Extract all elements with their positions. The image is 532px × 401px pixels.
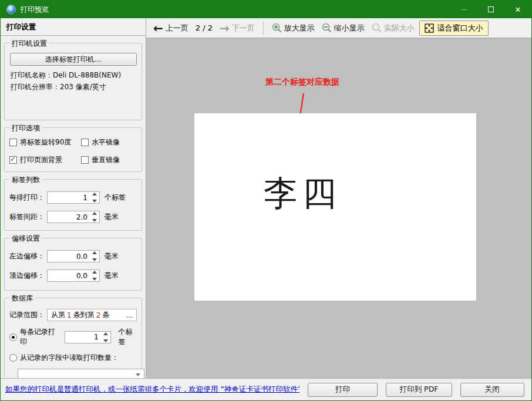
print-options-group: 打印选项 将标签旋转90度 水平镜像 打印页面背景 bbox=[4, 127, 142, 172]
maximize-button[interactable] bbox=[477, 1, 504, 18]
checkbox-label: 打印页面背景 bbox=[20, 155, 62, 165]
database-group: 数据库 记录范围： 从第1条到第2条 ... 每条记录打印 个标签 bbox=[4, 298, 142, 378]
printer-settings-group: 打印机设置 选择标签打印机... 打印机名称：Deli DL-888B(NEW)… bbox=[4, 43, 142, 120]
zoom-out-label: 缩小显示 bbox=[334, 23, 365, 33]
panel-title: 打印设置 bbox=[1, 18, 146, 36]
select-printer-button[interactable]: 选择标签打印机... bbox=[10, 53, 137, 66]
unit-label: 个标签 bbox=[105, 193, 126, 203]
unit-label: 毫米 bbox=[105, 271, 119, 281]
checkbox-horizontal-mirror[interactable]: 水平镜像 bbox=[81, 137, 137, 147]
preview-area: 第二个标签对应数据 李四 bbox=[146, 38, 531, 378]
zoom-out-button[interactable]: 缩小显示 bbox=[319, 22, 367, 35]
record-range-row: 记录范围： 从第1条到第2条 ... bbox=[9, 309, 137, 321]
unit-label: 毫米 bbox=[105, 251, 119, 261]
zoom-in-label: 放大显示 bbox=[284, 23, 315, 33]
range-text: 条到第 bbox=[73, 310, 95, 320]
prev-page-label: 上一页 bbox=[166, 23, 188, 33]
checkbox-label: 水平镜像 bbox=[92, 137, 120, 147]
from-field-radio-row: 从记录的字段中读取打印数量： bbox=[9, 353, 137, 363]
toolbar-separator bbox=[263, 22, 264, 35]
checkbox-print-background[interactable]: 打印页面背景 bbox=[9, 155, 81, 165]
label-content-text: 李四 bbox=[264, 171, 341, 217]
spinner-buttons[interactable] bbox=[91, 271, 98, 281]
checkbox-icon bbox=[81, 156, 89, 164]
chevron-down-icon bbox=[136, 373, 140, 376]
actual-size-button[interactable]: 实际大小 bbox=[369, 22, 417, 35]
zoom-in-icon bbox=[272, 23, 282, 33]
titlebar-buttons: ✕ bbox=[450, 1, 531, 18]
offset-settings-group: 偏移设置 左边偏移： 毫米 顶边偏移： 毫米 bbox=[4, 238, 142, 291]
labels-per-row-row: 每排打印： 个标签 bbox=[9, 191, 137, 204]
record-range-label: 记录范围： bbox=[9, 310, 47, 320]
group-title-printer: 打印机设置 bbox=[9, 39, 49, 49]
app-icon bbox=[6, 5, 16, 14]
checkbox-label: 垂直镜像 bbox=[92, 155, 120, 165]
checkbox-icon bbox=[81, 139, 89, 146]
spinner-buttons[interactable] bbox=[91, 212, 98, 222]
fit-window-icon bbox=[425, 23, 434, 33]
checkbox-icon bbox=[9, 139, 17, 146]
label-gap-label: 标签间距： bbox=[9, 212, 47, 222]
group-title-columns: 标签列数 bbox=[9, 175, 42, 185]
radio-per-record[interactable] bbox=[9, 333, 17, 341]
print-to-pdf-button[interactable]: 打印到 PDF bbox=[386, 383, 452, 397]
arrow-left-icon: ← bbox=[153, 22, 163, 34]
printer-resolution-line: 打印机分辨率：203 像素/英寸 bbox=[11, 82, 136, 92]
bottom-bar: 如果您的打印机是普通打印机，或一张纸需排多个卡片，欢迎使用 “神奇证卡证书打印软… bbox=[1, 378, 531, 400]
radio-from-field-label: 从记录的字段中读取打印数量： bbox=[20, 353, 119, 363]
print-preview-window: 打印预览 ✕ 打印设置 打印机设置 选择标签打印机... 打印机名称：Deli … bbox=[0, 0, 532, 401]
fit-window-button[interactable]: 适合窗口大小 bbox=[419, 21, 489, 36]
unit-label: 毫米 bbox=[105, 212, 119, 222]
top-offset-row: 顶边偏移： 毫米 bbox=[9, 269, 137, 282]
range-text: 条 bbox=[102, 310, 109, 320]
zoom-out-icon bbox=[322, 23, 332, 33]
record-range-field[interactable]: 从第1条到第2条 ... bbox=[47, 309, 137, 321]
quantity-field-dropdown[interactable] bbox=[18, 369, 144, 378]
browse-records-button[interactable]: ... bbox=[126, 311, 133, 319]
labels-per-row-label: 每排打印： bbox=[9, 193, 47, 203]
prev-page-button[interactable]: ← 上一页 bbox=[151, 21, 191, 35]
next-page-label: 下一页 bbox=[232, 23, 255, 33]
close-dialog-button[interactable]: 关闭 bbox=[460, 383, 524, 397]
spinner-buttons[interactable] bbox=[91, 193, 98, 203]
preview-toolbar: ← 上一页 2 / 2 → 下一页 放大显示 bbox=[146, 18, 531, 38]
checkbox-label: 将标签旋转90度 bbox=[20, 137, 71, 147]
software-suggestion-link[interactable]: 如果您的打印机是普通打印机，或一张纸需排多个卡片，欢迎使用 “神奇证卡证书打印软… bbox=[5, 385, 299, 395]
radio-per-record-label: 每条记录打印 bbox=[20, 327, 57, 347]
left-offset-label: 左边偏移： bbox=[9, 251, 47, 261]
fit-window-label: 适合窗口大小 bbox=[437, 23, 483, 33]
arrow-right-icon: → bbox=[220, 22, 230, 34]
range-from-value: 1 bbox=[67, 311, 72, 319]
label-preview-page: 李四 bbox=[194, 113, 476, 301]
minimize-button[interactable] bbox=[450, 1, 477, 18]
printer-resolution-label: 打印机分辨率： bbox=[11, 83, 60, 91]
titlebar: 打印预览 ✕ bbox=[1, 1, 531, 18]
label-gap-row: 标签间距： 毫米 bbox=[9, 211, 137, 223]
zoom-in-button[interactable]: 放大显示 bbox=[270, 22, 317, 35]
per-record-radio-row: 每条记录打印 个标签 bbox=[9, 327, 137, 347]
group-title-database: 数据库 bbox=[9, 294, 35, 304]
checkbox-rotate-90[interactable]: 将标签旋转90度 bbox=[9, 137, 81, 147]
page-indicator: 2 / 2 bbox=[196, 23, 213, 32]
print-button[interactable]: 打印 bbox=[308, 383, 378, 397]
checkbox-icon bbox=[9, 156, 17, 164]
range-text: 从第 bbox=[51, 310, 65, 320]
printer-name-value: Deli DL-888B(NEW) bbox=[53, 71, 121, 79]
group-title-offset: 偏移设置 bbox=[9, 234, 42, 244]
printer-resolution-value: 203 像素/英寸 bbox=[60, 83, 106, 91]
spinner-buttons[interactable] bbox=[102, 332, 109, 342]
spinner-buttons[interactable] bbox=[91, 251, 98, 261]
left-offset-row: 左边偏移： 毫米 bbox=[9, 250, 137, 262]
close-icon: ✕ bbox=[515, 6, 521, 14]
annotation-text: 第二个标签对应数据 bbox=[265, 77, 339, 87]
window-title: 打印预览 bbox=[21, 5, 49, 15]
actual-size-label: 实际大小 bbox=[384, 23, 415, 33]
radio-from-field[interactable] bbox=[9, 354, 17, 362]
next-page-button[interactable]: → 下一页 bbox=[217, 21, 257, 35]
actual-size-icon bbox=[372, 23, 382, 33]
close-button[interactable]: ✕ bbox=[504, 1, 531, 18]
checkbox-vertical-mirror[interactable]: 垂直镜像 bbox=[81, 155, 137, 165]
printer-name-line: 打印机名称：Deli DL-888B(NEW) bbox=[11, 70, 136, 80]
range-to-value: 2 bbox=[96, 311, 101, 319]
label-columns-group: 标签列数 每排打印： 个标签 标签间距： 毫米 bbox=[4, 179, 142, 231]
